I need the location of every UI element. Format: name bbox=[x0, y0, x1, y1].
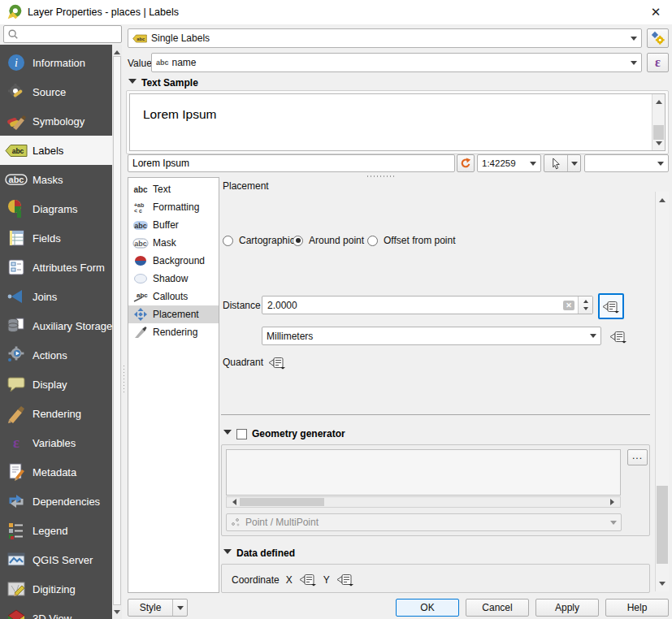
apply-button[interactable]: Apply bbox=[535, 599, 599, 617]
search-input[interactable] bbox=[21, 28, 118, 41]
tab-formatting[interactable]: +ab< c Formatting bbox=[128, 198, 219, 216]
sidebar-item-rendering[interactable]: Rendering bbox=[0, 399, 112, 428]
auto-placement-settings-button[interactable] bbox=[647, 28, 669, 48]
sidebar-scroll-thumb[interactable] bbox=[113, 56, 121, 605]
units-data-defined-override-button[interactable] bbox=[608, 328, 629, 344]
geometry-expression-hscrollbar[interactable] bbox=[226, 496, 621, 508]
distance-data-defined-override-button[interactable] bbox=[598, 293, 624, 319]
map-settings-button[interactable] bbox=[544, 154, 581, 172]
sidebar-scrollbar[interactable] bbox=[112, 45, 122, 619]
text-sample-header[interactable]: Text Sample bbox=[128, 77, 198, 89]
radio-cartographic[interactable]: Cartographic bbox=[223, 235, 295, 246]
diagrams-icon bbox=[0, 199, 33, 219]
text-tab-icon: abc bbox=[132, 184, 150, 195]
content-scroll-thumb[interactable] bbox=[657, 486, 668, 564]
placement-title: Placement bbox=[223, 180, 269, 192]
sidebar-item-auxiliary-storage[interactable]: Auxiliary Storage bbox=[0, 311, 112, 340]
distance-units-combo[interactable]: Millimeters bbox=[262, 327, 601, 345]
labels-icon: abc bbox=[0, 144, 33, 158]
data-defined-header[interactable]: Data defined bbox=[223, 548, 295, 559]
content-scroll-up-icon[interactable] bbox=[656, 193, 669, 203]
data-defined-override-icon bbox=[609, 330, 627, 344]
splitter-handle[interactable] bbox=[124, 366, 125, 395]
clear-icon[interactable]: ✕ bbox=[563, 301, 574, 310]
sidebar-item-dependencies[interactable]: Dependencies bbox=[0, 487, 112, 516]
preview-scale-combo[interactable]: 1:42259 bbox=[477, 154, 541, 172]
content-scroll-down-icon[interactable] bbox=[656, 580, 669, 590]
style-menu-button[interactable]: Style bbox=[128, 599, 188, 617]
help-button[interactable]: Help bbox=[605, 599, 669, 617]
quadrant-data-defined-override-button[interactable] bbox=[267, 354, 288, 370]
sidebar-item-attributes-form[interactable]: Attributes Form bbox=[0, 253, 112, 282]
close-icon[interactable]: ✕ bbox=[645, 3, 666, 21]
tab-mask[interactable]: abc Mask bbox=[128, 234, 219, 252]
sidebar-item-diagrams[interactable]: Diagrams bbox=[0, 194, 112, 223]
sidebar-item-qgis-server[interactable]: QGIS Server bbox=[0, 545, 112, 574]
text-field-icon: abc bbox=[156, 58, 169, 67]
hscroll-thumb[interactable] bbox=[240, 498, 324, 506]
sidebar-item-symbology[interactable]: Symbology bbox=[0, 106, 112, 136]
geometry-generator-checkbox[interactable] bbox=[236, 429, 247, 439]
preview-scroll-down-icon[interactable] bbox=[652, 140, 665, 149]
radio-icon[interactable] bbox=[367, 236, 378, 246]
tab-callouts[interactable]: abc Callouts bbox=[128, 288, 219, 305]
ok-button[interactable]: OK bbox=[396, 599, 459, 617]
spin-up-icon[interactable] bbox=[583, 297, 588, 303]
sidebar-scroll-down-icon[interactable] bbox=[112, 608, 122, 618]
content-scrollbar[interactable] bbox=[655, 192, 669, 591]
cancel-button[interactable]: Cancel bbox=[466, 599, 529, 617]
scroll-right-icon[interactable] bbox=[609, 497, 619, 507]
tab-shadow[interactable]: Shadow bbox=[128, 270, 219, 288]
scroll-left-icon[interactable] bbox=[228, 497, 238, 507]
sidebar-item-digitizing[interactable]: Digitizing bbox=[0, 574, 112, 604]
formatting-tab-icon: +ab< c bbox=[132, 201, 150, 213]
radio-offset-from-point[interactable]: Offset from point bbox=[367, 235, 455, 246]
preview-scroll-up-icon[interactable] bbox=[652, 95, 665, 105]
sidebar-item-source[interactable]: Source bbox=[0, 77, 112, 106]
spinner-arrows[interactable] bbox=[578, 297, 592, 314]
preview-scrollbar[interactable] bbox=[652, 94, 665, 150]
distance-spinbox[interactable]: 2.0000 ✕ bbox=[262, 296, 593, 314]
sidebar-item-masks[interactable]: abc Masks bbox=[0, 165, 112, 194]
reset-sample-button[interactable] bbox=[457, 154, 475, 172]
tab-rendering[interactable]: Rendering bbox=[128, 323, 219, 341]
background-color-combo[interactable] bbox=[584, 154, 669, 172]
tab-text[interactable]: abc Text bbox=[128, 180, 219, 198]
expression-more-button[interactable]: ... bbox=[627, 449, 648, 465]
coordinate-x-override-button[interactable] bbox=[299, 573, 317, 587]
sidebar-item-legend[interactable]: Legend bbox=[0, 516, 112, 545]
tab-background[interactable]: Background bbox=[128, 252, 219, 270]
sidebar-item-joins[interactable]: Joins bbox=[0, 282, 112, 311]
distance-value: 2.0000 bbox=[262, 300, 563, 311]
expression-builder-button[interactable]: ε bbox=[647, 53, 669, 72]
sidebar-item-actions[interactable]: Actions bbox=[0, 340, 112, 370]
sidebar-item-fields[interactable]: Fields bbox=[0, 223, 112, 253]
data-defined-override-icon bbox=[299, 573, 317, 587]
splitter-handle[interactable] bbox=[367, 175, 395, 177]
style-dropdown-icon[interactable] bbox=[172, 600, 187, 616]
sidebar-item-3d-view[interactable]: 3D View bbox=[0, 604, 112, 619]
sidebar-item-variables[interactable]: ε Variables bbox=[0, 428, 112, 457]
sidebar-item-information[interactable]: i Information bbox=[0, 48, 112, 77]
sample-text-input[interactable] bbox=[128, 154, 455, 172]
sidebar-item-display[interactable]: Display bbox=[0, 370, 112, 399]
tab-buffer[interactable]: abc Buffer bbox=[128, 216, 219, 234]
preview-scroll-thumb[interactable] bbox=[653, 125, 664, 140]
coordinate-y-override-button[interactable] bbox=[336, 573, 354, 587]
geometry-generator-header[interactable]: Geometry generator bbox=[223, 428, 345, 439]
tab-placement[interactable]: Placement bbox=[128, 305, 219, 323]
label-mode-combo[interactable]: abc Single Labels bbox=[128, 28, 642, 48]
radio-icon[interactable] bbox=[223, 236, 233, 246]
shadow-tab-icon bbox=[132, 273, 150, 284]
radio-around-point[interactable]: Around point bbox=[293, 235, 364, 246]
data-defined-override-icon bbox=[336, 573, 354, 587]
sidebar-item-labels[interactable]: abc Labels bbox=[0, 136, 112, 165]
geometry-expression-area[interactable] bbox=[226, 449, 621, 496]
sidebar-item-metadata[interactable]: Metadata bbox=[0, 457, 112, 487]
sidebar-scroll-up-icon[interactable] bbox=[112, 45, 122, 55]
spin-down-icon[interactable] bbox=[583, 307, 588, 313]
value-field-combo[interactable]: abc name bbox=[151, 53, 642, 72]
radio-icon[interactable] bbox=[293, 236, 303, 246]
geometry-type-combo[interactable]: Point / MultiPoint bbox=[226, 513, 622, 531]
map-settings-dropdown[interactable] bbox=[567, 155, 580, 171]
